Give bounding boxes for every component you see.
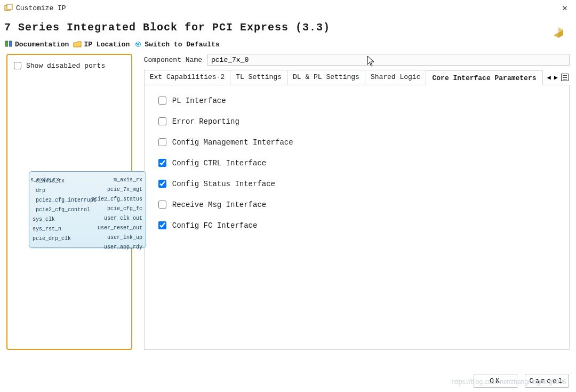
port-output: pcie_cfg_fc [91, 205, 142, 213]
preview-panel: Show disabled ports s_axis_tx s_axis_tx … [6, 54, 132, 350]
tab-nav: ◀ ▶ [543, 70, 570, 85]
brand-logo [549, 23, 567, 44]
port-output: pcie_7x_mgt [91, 186, 142, 194]
book-icon [4, 40, 13, 49]
svg-marker-2 [554, 33, 558, 38]
label-config-fc-interface[interactable]: Config FC Interface [172, 221, 258, 230]
cancel-button[interactable]: Cancel [525, 374, 569, 388]
config-panel: Component Name Ext Capabilities-2 TL Set… [144, 54, 570, 350]
port-input: s_axis_tx [30, 176, 94, 185]
checkbox-config-fc-interface[interactable] [158, 221, 166, 229]
titlebar: Customize IP ✕ [0, 0, 576, 16]
port-output: m_axis_rx [91, 176, 142, 185]
port-output: user_reset_out [91, 224, 142, 233]
checkbox-config-status-interface[interactable] [158, 180, 166, 188]
checkbox-config-ctrl-interface[interactable] [158, 159, 166, 167]
toolbar: Documentation IP Location Switch to Defa… [0, 37, 576, 54]
tab-core-interface-parameters[interactable]: Core Interface Parameters [426, 70, 542, 85]
ip-block-diagram[interactable]: s_axis_tx s_axis_tx drp pcie2_cfg_interr… [29, 171, 146, 248]
refresh-icon [134, 40, 142, 49]
show-disabled-checkbox[interactable] [14, 62, 21, 69]
folder-icon [73, 40, 82, 49]
checkbox-config-management-interface[interactable] [158, 138, 166, 146]
tab-list-icon[interactable] [561, 74, 569, 81]
port-input: pcie_drp_clk [33, 235, 97, 243]
tab-dl-pl-settings[interactable]: DL & PL Settings [287, 70, 365, 85]
checkbox-pl-interface[interactable] [158, 97, 166, 105]
block-inputs: s_axis_tx s_axis_tx drp pcie2_cfg_interr… [33, 176, 97, 243]
switch-defaults-label: Switch to Defaults [145, 41, 219, 49]
window-icon [4, 4, 13, 12]
show-disabled-label[interactable]: Show disabled ports [26, 62, 105, 70]
ip-location-button[interactable]: IP Location [73, 40, 130, 49]
checkbox-receive-msg-interface[interactable] [158, 201, 166, 209]
component-name-field[interactable] [207, 54, 570, 66]
label-config-ctrl-interface[interactable]: Config CTRL Interface [172, 159, 266, 167]
port-output: user_lnk_up [91, 234, 142, 242]
window-title: Customize IP [16, 4, 66, 12]
footer: OK Cancel [0, 371, 576, 392]
label-config-management-interface[interactable]: Config Management Interface [172, 138, 293, 147]
tabs-strip: Ext Capabilities-2 TL Settings DL & PL S… [144, 70, 570, 85]
port-output: user_app_rdy [91, 243, 142, 252]
port-input: drp [33, 187, 97, 195]
tab-shared-logic[interactable]: Shared Logic [365, 70, 426, 85]
component-name-label: Component Name [144, 56, 202, 64]
tab-tl-settings[interactable]: TL Settings [230, 70, 287, 85]
tabs: Ext Capabilities-2 TL Settings DL & PL S… [144, 70, 543, 85]
label-receive-msg-interface[interactable]: Receive Msg Interface [172, 201, 266, 209]
switch-defaults-button[interactable]: Switch to Defaults [134, 40, 219, 49]
label-config-status-interface[interactable]: Config Status Interface [172, 180, 275, 188]
main-columns: Show disabled ports s_axis_tx s_axis_tx … [0, 54, 576, 350]
port-output: pcie2_cfg_status [91, 195, 142, 204]
label-pl-interface[interactable]: PL Interface [172, 97, 226, 105]
tab-scroll-right-icon[interactable]: ▶ [554, 74, 558, 82]
port-input: pcie2_cfg_control [33, 206, 97, 214]
block-outputs: m_axis_rx pcie_7x_mgt pcie2_cfg_status p… [91, 176, 142, 252]
documentation-button[interactable]: Documentation [4, 40, 69, 49]
checkbox-error-reporting[interactable] [158, 117, 166, 125]
ok-button[interactable]: OK [474, 374, 517, 388]
ip-location-label: IP Location [84, 41, 130, 49]
svg-rect-1 [7, 4, 12, 10]
port-input: pcie2_cfg_interrupt [33, 196, 97, 205]
port-output: user_clk_out [91, 214, 142, 223]
page-title: 7 Series Integrated Block for PCI Expres… [0, 16, 576, 37]
tab-panel-core-interface: PL Interface Error Reporting Config Mana… [144, 85, 570, 350]
label-error-reporting[interactable]: Error Reporting [172, 117, 239, 126]
tab-scroll-left-icon[interactable]: ◀ [547, 74, 551, 82]
documentation-label: Documentation [15, 41, 69, 49]
port-input: sys_clk [33, 215, 97, 224]
close-icon[interactable]: ✕ [558, 3, 572, 13]
tab-ext-capabilities-2[interactable]: Ext Capabilities-2 [144, 70, 230, 85]
port-input: sys_rst_n [33, 225, 97, 234]
